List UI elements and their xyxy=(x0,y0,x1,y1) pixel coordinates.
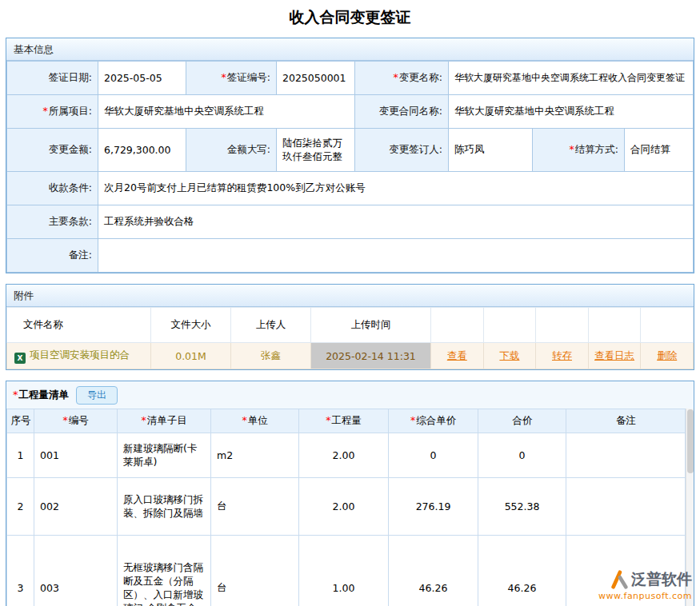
basic-info-panel: 基本信息 签证日期: 2025-05-05 *签证编号: 2025050001 … xyxy=(6,38,694,273)
action-header xyxy=(588,308,641,343)
column-header-text: 编号 xyxy=(69,414,89,426)
column-header-text: 综合单价 xyxy=(416,414,456,426)
scrollbar-thumb[interactable] xyxy=(687,409,694,473)
boq-quantity-header: *工程量 xyxy=(299,409,389,433)
amount-in-words-value: 陆佰柒拾贰万玖仟叁佰元整 xyxy=(277,129,355,172)
action-cell: 删除 xyxy=(641,343,694,369)
boq-quantity: 2.00 xyxy=(299,433,389,478)
sign-date-label: 签证日期: xyxy=(7,62,98,95)
action-cell: 转存 xyxy=(536,343,589,369)
brand-name: 泛普软件 xyxy=(631,569,692,590)
settlement-method-label: *结算方式: xyxy=(533,129,625,172)
boq-no-header: 序号 xyxy=(7,409,34,433)
boq-header-row: 序号 *编号 *清单子目 *单位 *工程量 *综合单价 合价 备注 xyxy=(7,409,686,433)
field-label-text: 变更名称: xyxy=(399,71,442,83)
download-link[interactable]: 下载 xyxy=(499,349,519,361)
view-link[interactable]: 查看 xyxy=(447,349,467,361)
required-marker: * xyxy=(62,414,67,426)
boq-remark xyxy=(566,433,686,478)
boq-total: 46.26 xyxy=(478,536,566,606)
form-row: 主要条款: 工程系统并验收合格 xyxy=(7,205,694,239)
table-row: 2 002 原入口玻璃移门拆装、拆除门及隔墙 台 2.00 276.19 552… xyxy=(7,478,686,536)
required-marker: * xyxy=(410,414,415,426)
sign-number-value: 2025050001 xyxy=(277,62,355,95)
column-header-text: 备注 xyxy=(616,414,636,426)
change-name-value: 华软大厦研究基地中央空调系统工程收入合同变更签证 xyxy=(449,62,694,95)
boq-no: 2 xyxy=(7,478,34,536)
column-header-text: 序号 xyxy=(11,414,31,426)
field-label-text: 签证日期: xyxy=(49,71,92,83)
boq-item: 新建玻璃隔断(卡莱斯卓) xyxy=(118,433,211,478)
boq-panel: *工程量清单 导出 序号 *编号 *清单子目 *单位 *工程量 *综合单价 xyxy=(6,381,694,606)
fanpu-logo-row: 泛普软件 xyxy=(598,569,692,590)
action-cell: 下载 xyxy=(483,343,536,369)
settlement-method-value: 合同结算 xyxy=(625,129,694,172)
boq-unit-price-header: *综合单价 xyxy=(389,409,478,433)
change-contract-name-value: 华软大厦研究基地中央空调系统工程 xyxy=(449,95,694,129)
form-row: 收款条件: 次月20号前支付上月已结算的租赁费100%到乙方对公账号 xyxy=(7,172,694,205)
basic-info-table: 签证日期: 2025-05-05 *签证编号: 2025050001 *变更名称… xyxy=(6,61,694,273)
boq-unit: 台 xyxy=(211,536,299,606)
form-row: *所属项目: 华软大厦研究基地中央空调系统工程 变更合同名称: 华软大厦研究基地… xyxy=(7,95,694,129)
column-header-text: 工程量 xyxy=(331,414,362,426)
required-marker: * xyxy=(326,414,330,426)
view-log-link[interactable]: 查看日志 xyxy=(594,349,634,361)
remarks-value xyxy=(98,239,694,273)
brand-website: www.fanpusoft.com xyxy=(598,591,692,601)
change-contract-name-label: 变更合同名称: xyxy=(355,95,449,129)
boq-unit: m2 xyxy=(211,433,299,478)
transfer-link[interactable]: 转存 xyxy=(552,349,572,361)
field-label-text: 所属项目: xyxy=(49,105,92,117)
table-row: 1 001 新建玻璃隔断(卡莱斯卓) m2 2.00 0 0 xyxy=(7,433,686,478)
action-cell: 查看日志 xyxy=(588,343,641,369)
boq-unit-header: *单位 xyxy=(211,409,299,433)
boq-unit-price: 0 xyxy=(389,433,478,478)
boq-unit-price: 46.26 xyxy=(389,536,478,606)
upload-time-header: 上传时间 xyxy=(311,308,431,343)
main-clauses-label: 主要条款: xyxy=(7,205,98,239)
boq-total: 0 xyxy=(478,433,566,478)
required-marker: * xyxy=(13,389,18,401)
attachments-section-header: 附件 xyxy=(6,285,694,307)
required-marker: * xyxy=(222,71,226,83)
change-signer-value: 陈巧凤 xyxy=(449,129,533,172)
boq-item: 无框玻璃移门含隔断及五金（分隔区）、入口新增玻璃门 金刚含五金 xyxy=(118,536,211,606)
boq-item: 原入口玻璃移门拆装、拆除门及隔墙 xyxy=(118,478,211,536)
attachment-uploader: 张鑫 xyxy=(231,343,311,369)
table-row: 3 003 无框玻璃移门含隔断及五金（分隔区）、入口新增玻璃门 金刚含五金 台 … xyxy=(7,536,686,606)
field-label-text: 变更签订人: xyxy=(389,143,442,155)
field-label-text: 签证编号: xyxy=(227,71,270,83)
file-size-header: 文件大小 xyxy=(151,308,231,343)
column-header-text: 单位 xyxy=(248,414,268,426)
delete-link[interactable]: 删除 xyxy=(657,349,677,361)
form-row: 签证日期: 2025-05-05 *签证编号: 2025050001 *变更名称… xyxy=(7,62,694,95)
action-header xyxy=(536,308,589,343)
action-cell: 查看 xyxy=(431,343,484,369)
required-marker: * xyxy=(394,71,398,83)
boq-total: 552.38 xyxy=(478,478,566,536)
field-label-text: 收款条件: xyxy=(49,181,92,193)
attachment-file-name[interactable]: 项目空调安装项目的合 xyxy=(30,349,130,361)
excel-file-icon: X xyxy=(14,353,26,364)
project-value: 华软大厦研究基地中央空调系统工程 xyxy=(98,95,355,129)
field-label-text: 变更金额: xyxy=(49,143,92,155)
attachment-file-size: 0.01M xyxy=(151,343,231,369)
attachment-name-cell: X项目空调安装项目的合 xyxy=(7,343,151,369)
required-marker: * xyxy=(43,105,48,117)
boq-section-title: 工程量清单 xyxy=(19,389,70,401)
boq-code-header: *编号 xyxy=(34,409,118,433)
page-title: 收入合同变更签证 xyxy=(6,0,694,38)
required-marker: * xyxy=(141,414,146,426)
boq-item-header: *清单子目 xyxy=(118,409,211,433)
required-marker: * xyxy=(242,414,246,426)
export-button[interactable]: 导出 xyxy=(76,386,118,405)
boq-code: 003 xyxy=(34,536,118,606)
project-label: *所属项目: xyxy=(7,95,98,129)
boq-body: 序号 *编号 *清单子目 *单位 *工程量 *综合单价 合价 备注 1 001 … xyxy=(6,409,694,606)
field-label-text: 备注: xyxy=(69,249,92,261)
change-amount-label: 变更金额: xyxy=(7,129,98,172)
boq-code: 001 xyxy=(34,433,118,478)
field-label-text: 变更合同名称: xyxy=(379,105,442,117)
boq-toolbar: *工程量清单 导出 xyxy=(6,381,694,409)
attachments-header-row: 文件名称 文件大小 上传人 上传时间 xyxy=(7,308,694,343)
